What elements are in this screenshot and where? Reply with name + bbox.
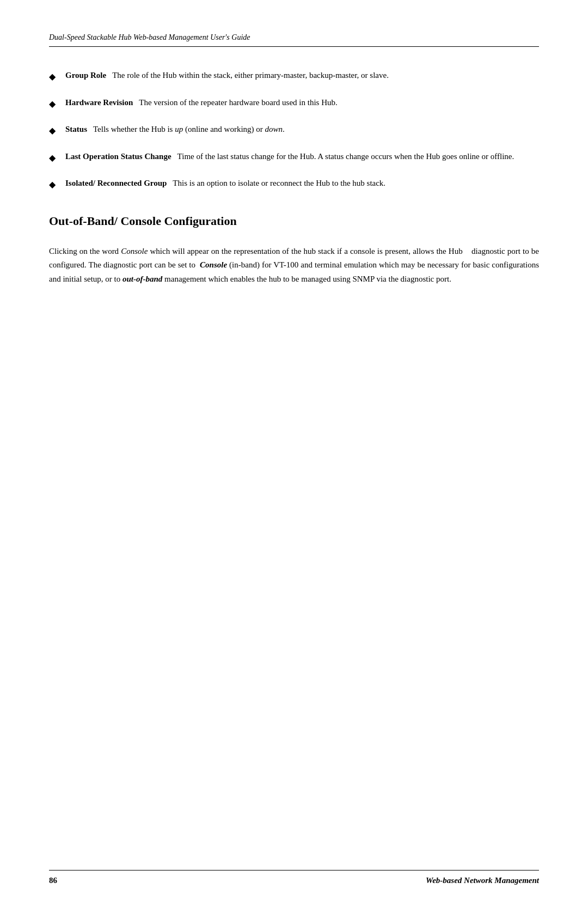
bullet-diamond-icon: ◆ bbox=[49, 151, 56, 165]
footer-title: Web-based Network Management bbox=[426, 876, 539, 885]
bullet-diamond-icon: ◆ bbox=[49, 178, 56, 192]
bullet-diamond-icon: ◆ bbox=[49, 124, 56, 138]
bullet-content: Hardware Revision The version of the rep… bbox=[65, 96, 539, 109]
bullet-content: Group Role The role of the Hub within th… bbox=[65, 69, 539, 82]
bullet-content: Isolated/ Reconnected Group This is an o… bbox=[65, 176, 539, 190]
bullet-content: Status Tells whether the Hub is up (onli… bbox=[65, 123, 539, 136]
main-content: ◆ Group Role The role of the Hub within … bbox=[49, 69, 539, 286]
list-item: ◆ Last Operation Status Change Time of t… bbox=[49, 150, 539, 165]
bullet-list: ◆ Group Role The role of the Hub within … bbox=[49, 69, 539, 192]
list-item: ◆ Group Role The role of the Hub within … bbox=[49, 69, 539, 84]
bullet-content: Last Operation Status Change Time of the… bbox=[65, 150, 539, 163]
bold-italic-text: Console bbox=[200, 260, 227, 269]
header-text: Dual-Speed Stackable Hub Web-based Manag… bbox=[49, 33, 250, 41]
section-heading: Out-of-Band/ Console Configuration bbox=[49, 214, 539, 229]
term-label: Hardware Revision bbox=[65, 98, 133, 107]
bullet-diamond-icon: ◆ bbox=[49, 97, 56, 111]
bullet-diamond-icon: ◆ bbox=[49, 70, 56, 84]
bold-italic-text: out-of-band bbox=[122, 275, 162, 283]
list-item: ◆ Hardware Revision The version of the r… bbox=[49, 96, 539, 111]
list-item: ◆ Isolated/ Reconnected Group This is an… bbox=[49, 176, 539, 192]
section-paragraph: Clicking on the word Console which will … bbox=[49, 245, 539, 287]
term-label: Group Role bbox=[65, 71, 106, 80]
italic-text: down bbox=[265, 125, 283, 133]
page: Dual-Speed Stackable Hub Web-based Manag… bbox=[0, 0, 588, 907]
italic-text: up bbox=[175, 125, 183, 133]
page-header: Dual-Speed Stackable Hub Web-based Manag… bbox=[49, 33, 539, 47]
term-label: Last Operation Status Change bbox=[65, 152, 171, 161]
term-label: Status bbox=[65, 125, 87, 133]
list-item: ◆ Status Tells whether the Hub is up (on… bbox=[49, 123, 539, 138]
term-label: Isolated/ Reconnected Group bbox=[65, 179, 167, 187]
page-number: 86 bbox=[49, 876, 57, 885]
italic-text: Console bbox=[121, 247, 148, 255]
page-footer: 86 Web-based Network Management bbox=[49, 870, 539, 885]
